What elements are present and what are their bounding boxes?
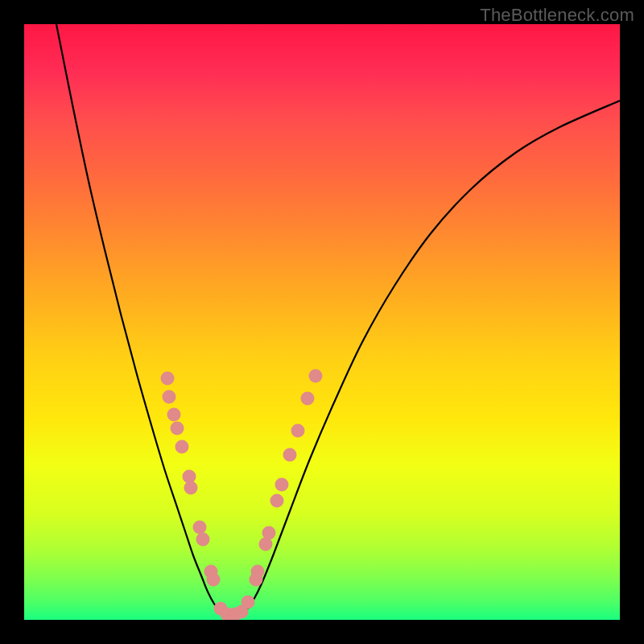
data-markers [161, 369, 323, 621]
data-point-marker [171, 422, 184, 436]
watermark-text: TheBottleneck.com [480, 5, 634, 26]
data-point-marker [309, 369, 323, 383]
data-point-marker [270, 494, 284, 508]
data-point-marker [161, 372, 175, 386]
bottleneck-chart [24, 24, 620, 620]
data-point-marker [251, 565, 265, 579]
data-point-marker [184, 481, 198, 495]
data-point-marker [196, 533, 210, 547]
data-point-marker [193, 521, 207, 535]
data-point-marker [242, 596, 255, 609]
data-point-marker [275, 478, 289, 492]
data-point-marker [167, 408, 181, 422]
bottleneck-curve [56, 24, 620, 617]
data-point-marker [283, 448, 297, 462]
data-point-marker [175, 440, 189, 454]
data-point-marker [163, 390, 176, 404]
data-point-marker [291, 424, 305, 438]
data-point-marker [207, 573, 221, 587]
data-point-marker [262, 526, 276, 540]
data-point-marker [301, 392, 315, 406]
